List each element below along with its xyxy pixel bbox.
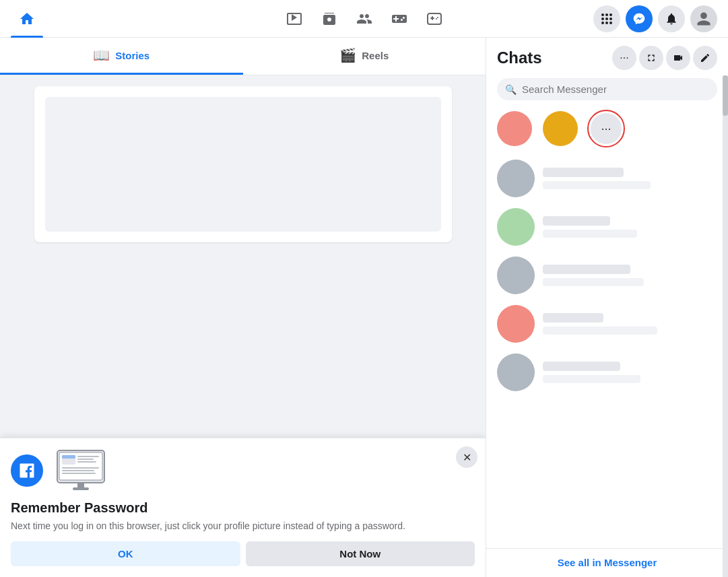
chat-info (543, 216, 717, 238)
stories-icon: 📖 (93, 47, 110, 63)
see-all-messenger: See all in Messenger (486, 548, 728, 577)
nav-center (278, 3, 451, 35)
chat-name (543, 313, 603, 323)
chat-item[interactable] (486, 203, 728, 251)
svg-point-12 (605, 22, 608, 24)
nav-left (11, 3, 43, 35)
home-nav-button[interactable] (11, 3, 43, 35)
top-navigation (0, 0, 728, 38)
svg-rect-19 (77, 459, 94, 460)
chat-info (543, 265, 717, 286)
scrollbar-thumb (723, 75, 728, 116)
overlay-title: Remember Password (11, 500, 475, 516)
svg-rect-22 (62, 470, 94, 471)
chat-preview (543, 230, 637, 238)
groups-nav-button[interactable] (348, 3, 380, 35)
search-input[interactable] (522, 83, 709, 95)
chats-panel: Chats ··· (486, 38, 728, 577)
chat-avatar (497, 160, 535, 197)
svg-point-9 (605, 18, 608, 20)
nav-right (593, 5, 717, 32)
overlay-desc: Next time you log in on this browser, ju… (11, 520, 475, 533)
svg-rect-25 (73, 487, 89, 490)
chat-avatar (497, 305, 535, 343)
svg-point-11 (601, 22, 604, 24)
chat-avatar (497, 257, 535, 294)
marketplace-nav-button[interactable] (313, 3, 345, 35)
more-contacts-item[interactable]: ··· (589, 111, 624, 146)
chat-avatar (497, 208, 535, 246)
contact-item[interactable] (543, 111, 578, 146)
chat-preview (543, 375, 640, 383)
ok-button[interactable]: OK (11, 541, 240, 566)
profile-button[interactable] (690, 5, 717, 32)
right-scrollbar[interactable] (723, 75, 728, 577)
chat-name (543, 216, 610, 226)
svg-point-5 (601, 13, 604, 16)
chat-list (486, 151, 728, 548)
svg-point-3 (437, 17, 438, 18)
chat-avatar (497, 353, 535, 391)
more-dots-icon: ··· (601, 122, 611, 136)
chat-item[interactable] (486, 154, 728, 203)
chat-name (543, 362, 620, 371)
stories-reels-tabs: 📖 Stories 🎬 Reels (0, 38, 486, 75)
chats-header: Chats ··· (486, 38, 728, 75)
chats-compose-button[interactable] (693, 46, 717, 70)
see-all-link[interactable]: See all in Messenger (558, 557, 657, 568)
contact-avatar-1 (497, 111, 532, 146)
feed-card (34, 86, 452, 242)
chat-item[interactable] (486, 251, 728, 300)
svg-rect-24 (77, 483, 84, 488)
chats-video-button[interactable] (666, 46, 690, 70)
tab-stories-label: Stories (115, 50, 150, 61)
svg-point-13 (609, 22, 612, 24)
tab-stories[interactable]: 📖 Stories (0, 38, 243, 75)
chat-name (543, 265, 630, 274)
chat-item[interactable] (486, 300, 728, 348)
menu-button[interactable] (593, 5, 620, 32)
chats-actions: ··· (612, 46, 717, 70)
svg-point-10 (609, 18, 612, 20)
svg-point-4 (436, 18, 437, 20)
feed-content (0, 81, 486, 418)
not-now-button[interactable]: Not Now (246, 541, 475, 566)
more-contacts-button[interactable]: ··· (589, 111, 624, 146)
overlay-header (11, 449, 475, 492)
notifications-button[interactable] (658, 5, 685, 32)
compose-icon (700, 53, 710, 63)
svg-rect-23 (62, 473, 96, 474)
monitor-illustration (54, 449, 108, 492)
messenger-button[interactable] (626, 5, 653, 32)
svg-rect-21 (62, 467, 99, 469)
contacts-row: ··· (486, 106, 728, 151)
tab-reels-label: Reels (362, 50, 389, 61)
chat-item[interactable] (486, 348, 728, 397)
fb-gaming-nav-button[interactable] (418, 3, 451, 35)
tab-reels[interactable]: 🎬 Reels (243, 38, 486, 75)
remember-password-overlay: ✕ (0, 438, 486, 577)
chat-preview (543, 327, 657, 335)
svg-rect-0 (428, 13, 441, 24)
contact-item[interactable] (497, 111, 532, 146)
video-icon (673, 53, 684, 63)
chat-info (543, 168, 717, 189)
chats-more-button[interactable]: ··· (612, 46, 636, 70)
gaming-nav-button[interactable] (383, 3, 416, 35)
svg-rect-2 (432, 16, 433, 20)
chats-expand-button[interactable] (639, 46, 663, 70)
chats-title: Chats (497, 48, 542, 67)
svg-point-8 (601, 18, 604, 20)
chat-info (543, 362, 717, 383)
feed-area: 📖 Stories 🎬 Reels ✕ (0, 38, 486, 577)
chat-preview (543, 181, 651, 189)
reels-icon: 🎬 (339, 47, 356, 63)
svg-point-7 (609, 13, 612, 16)
expand-icon (646, 53, 657, 63)
facebook-logo (11, 454, 43, 487)
main-area: 📖 Stories 🎬 Reels ✕ (0, 38, 728, 577)
overlay-buttons: OK Not Now (11, 541, 475, 566)
watch-nav-button[interactable] (278, 3, 310, 35)
search-messenger[interactable]: 🔍 (497, 78, 717, 100)
chat-name (543, 168, 624, 177)
